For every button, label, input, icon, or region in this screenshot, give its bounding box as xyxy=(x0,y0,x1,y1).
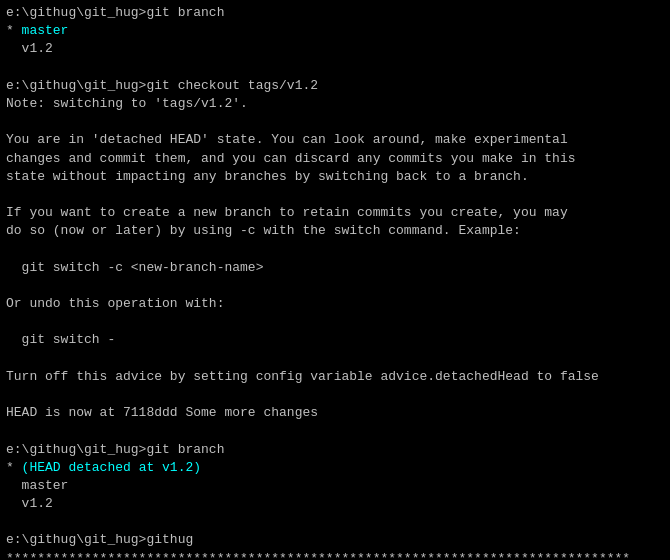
highlighted-text: master xyxy=(22,23,69,38)
highlighted-text: (HEAD detached at v1.2) xyxy=(22,460,201,475)
terminal-window: e:\githug\git_hug>git branch * master v1… xyxy=(0,0,670,560)
